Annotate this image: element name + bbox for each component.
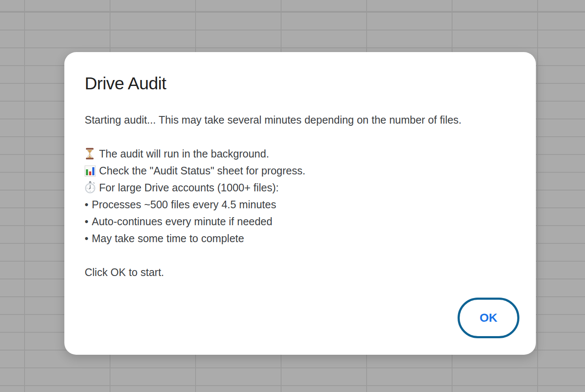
blank-line bbox=[85, 128, 516, 145]
bar-chart-icon bbox=[85, 166, 96, 177]
ok-button[interactable]: OK bbox=[458, 298, 519, 338]
bullet-marker: • bbox=[85, 213, 88, 230]
blank-line bbox=[85, 247, 516, 264]
bullet-marker: • bbox=[85, 230, 88, 247]
stopwatch-icon bbox=[85, 181, 96, 193]
info-line-text: Check the "Audit Status" sheet for progr… bbox=[99, 165, 305, 177]
intro-text: Starting audit... This may take several … bbox=[85, 111, 516, 128]
info-line-text: For large Drive accounts (1000+ files): bbox=[99, 182, 279, 193]
bullet-item: •May take some time to complete bbox=[85, 230, 516, 247]
info-line-background: The audit will run in the background. bbox=[85, 145, 516, 162]
info-line-large-accounts: For large Drive accounts (1000+ files): bbox=[85, 179, 516, 196]
dialog-title: Drive Audit bbox=[85, 73, 516, 94]
bullet-marker: • bbox=[85, 196, 88, 213]
bullet-text: Auto-continues every minute if needed bbox=[92, 215, 273, 227]
drive-audit-dialog: Drive Audit Starting audit... This may t… bbox=[64, 52, 536, 355]
hourglass-icon bbox=[85, 148, 96, 160]
bullet-text: Processes ~500 files every 4.5 minutes bbox=[92, 199, 276, 210]
dialog-body: Starting audit... This may take several … bbox=[85, 111, 516, 281]
bullet-text: May take some time to complete bbox=[92, 232, 244, 244]
info-line-status-sheet: Check the "Audit Status" sheet for progr… bbox=[85, 162, 516, 179]
bullet-item: •Auto-continues every minute if needed bbox=[85, 213, 516, 230]
footer-text: Click OK to start. bbox=[85, 264, 516, 281]
bullet-item: •Processes ~500 files every 4.5 minutes bbox=[85, 196, 516, 213]
info-line-text: The audit will run in the background. bbox=[99, 148, 269, 160]
